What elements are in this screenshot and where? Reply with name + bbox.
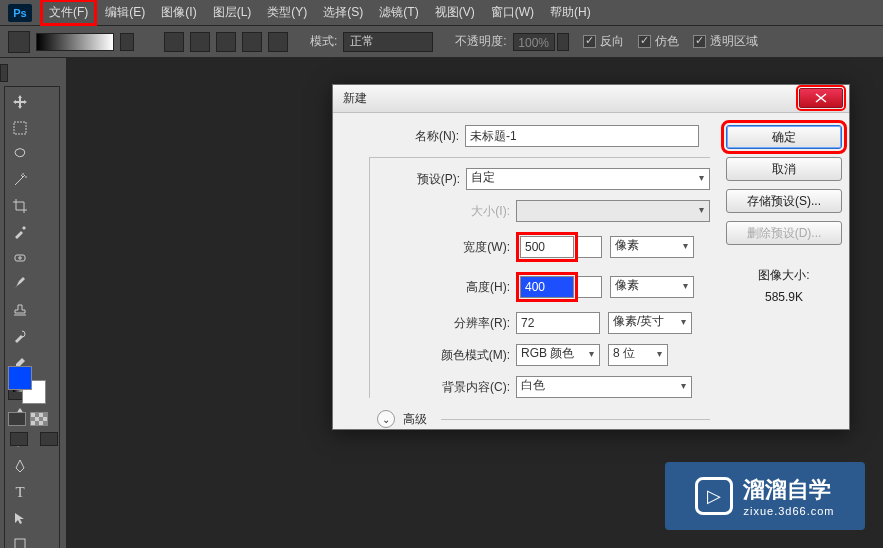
watermark: ▷ 溜溜自学 zixue.3d66.com — [665, 462, 865, 530]
width-label: 宽度(W): — [370, 239, 516, 256]
menu-window[interactable]: 窗口(W) — [483, 0, 542, 25]
menu-layer[interactable]: 图层(L) — [205, 0, 260, 25]
close-button[interactable] — [799, 88, 843, 108]
height-label: 高度(H): — [370, 279, 516, 296]
tool-path-select[interactable] — [8, 506, 32, 530]
svg-rect-0 — [14, 122, 26, 134]
opacity-label: 不透明度: — [455, 33, 506, 50]
menu-view[interactable]: 视图(V) — [427, 0, 483, 25]
opacity-slider-icon[interactable] — [557, 33, 569, 51]
resolution-label: 分辨率(R): — [370, 315, 516, 332]
menu-file[interactable]: 文件(F) — [40, 0, 97, 26]
color-swatches — [8, 366, 48, 406]
resolution-input[interactable] — [516, 312, 600, 334]
save-preset-button[interactable]: 存储预设(S)... — [726, 189, 842, 213]
menubar: Ps 文件(F) 编辑(E) 图像(I) 图层(L) 类型(Y) 选择(S) 滤… — [0, 0, 883, 26]
width-input-tail[interactable] — [578, 236, 602, 258]
tool-pen[interactable] — [8, 454, 32, 478]
size-select — [516, 200, 710, 222]
height-input[interactable] — [520, 276, 574, 298]
tool-heal[interactable] — [8, 246, 32, 270]
cancel-button[interactable]: 取消 — [726, 157, 842, 181]
gradient-radial-icon[interactable] — [190, 32, 210, 52]
menu-select[interactable]: 选择(S) — [315, 0, 371, 25]
preset-label: 预设(P): — [370, 171, 466, 188]
current-tool-icon[interactable] — [8, 31, 30, 53]
checkbox-icon — [693, 35, 706, 48]
width-input[interactable] — [520, 236, 574, 258]
image-size-value: 585.9K — [758, 287, 809, 309]
preset-select[interactable]: 自定 — [466, 168, 710, 190]
height-input-tail[interactable] — [578, 276, 602, 298]
background-label: 背景内容(C): — [370, 379, 516, 396]
tool-type[interactable]: T — [8, 480, 32, 504]
watermark-title: 溜溜自学 — [743, 475, 834, 505]
dialog-titlebar[interactable]: 新建 — [333, 85, 849, 113]
gradient-diamond-icon[interactable] — [268, 32, 288, 52]
new-document-dialog: 新建 名称(N): 预设(P): 自定 大小(I): 宽度(W): — [332, 84, 850, 430]
tool-brush[interactable] — [8, 272, 32, 296]
resolution-unit-select[interactable]: 像素/英寸 — [608, 312, 692, 334]
width-unit-select[interactable]: 像素 — [610, 236, 694, 258]
opacity-value[interactable]: 100% — [513, 33, 555, 51]
bit-depth-select[interactable]: 8 位 — [608, 344, 668, 366]
options-bar: 模式: 正常 不透明度: 100% 反向 仿色 透明区域 — [0, 26, 883, 58]
menu-image[interactable]: 图像(I) — [153, 0, 204, 25]
gradient-reflected-icon[interactable] — [242, 32, 262, 52]
background-select[interactable]: 白色 — [516, 376, 692, 398]
watermark-url: zixue.3d66.com — [743, 505, 834, 517]
tool-eyedropper[interactable] — [8, 220, 32, 244]
screen-mode-icon[interactable] — [30, 412, 48, 426]
quick-mask-icon[interactable] — [8, 412, 26, 426]
mode-select[interactable]: 正常 — [343, 32, 433, 52]
tool-history-brush[interactable] — [8, 324, 32, 348]
dither-checkbox[interactable]: 仿色 — [638, 33, 679, 50]
delete-preset-button: 删除预设(D)... — [726, 221, 842, 245]
tool-shape[interactable] — [8, 532, 32, 548]
checkbox-icon — [638, 35, 651, 48]
dialog-title: 新建 — [343, 90, 367, 107]
image-size-label: 图像大小: — [758, 265, 809, 287]
name-input[interactable] — [465, 125, 699, 147]
reverse-checkbox[interactable]: 反向 — [583, 33, 624, 50]
advanced-toggle-icon[interactable]: ⌄ — [377, 410, 395, 428]
checkbox-icon — [583, 35, 596, 48]
panel-tab-handle-icon[interactable] — [0, 64, 8, 82]
height-unit-select[interactable]: 像素 — [610, 276, 694, 298]
advanced-label: 高级 — [403, 411, 427, 428]
gradient-angle-icon[interactable] — [216, 32, 236, 52]
ok-button[interactable]: 确定 — [726, 125, 842, 149]
transparency-checkbox[interactable]: 透明区域 — [693, 33, 758, 50]
close-icon — [815, 93, 827, 103]
tool-crop[interactable] — [8, 194, 32, 218]
foreground-color-swatch[interactable] — [8, 366, 32, 390]
tool-wand[interactable] — [8, 168, 32, 192]
menu-type[interactable]: 类型(Y) — [259, 0, 315, 25]
color-mode-select[interactable]: RGB 颜色 — [516, 344, 600, 366]
tool-marquee[interactable] — [8, 116, 32, 140]
size-label: 大小(I): — [370, 203, 516, 220]
menu-help[interactable]: 帮助(H) — [542, 0, 599, 25]
screen-toggle-icon[interactable] — [40, 432, 58, 446]
edit-mode-icon[interactable] — [10, 432, 28, 446]
gradient-preview[interactable] — [36, 33, 114, 51]
tool-move[interactable] — [8, 90, 32, 114]
name-label: 名称(N): — [349, 128, 465, 145]
svg-rect-7 — [15, 539, 25, 548]
menu-edit[interactable]: 编辑(E) — [97, 0, 153, 25]
menu-filter[interactable]: 滤镜(T) — [371, 0, 426, 25]
tool-lasso[interactable] — [8, 142, 32, 166]
gradient-dropdown-icon[interactable] — [120, 33, 134, 51]
tool-stamp[interactable] — [8, 298, 32, 322]
gradient-linear-icon[interactable] — [164, 32, 184, 52]
watermark-play-icon: ▷ — [695, 477, 733, 515]
color-mode-label: 颜色模式(M): — [370, 347, 516, 364]
app-logo-icon: Ps — [8, 4, 32, 22]
tools-panel: T — [4, 86, 60, 548]
mode-label: 模式: — [310, 33, 337, 50]
